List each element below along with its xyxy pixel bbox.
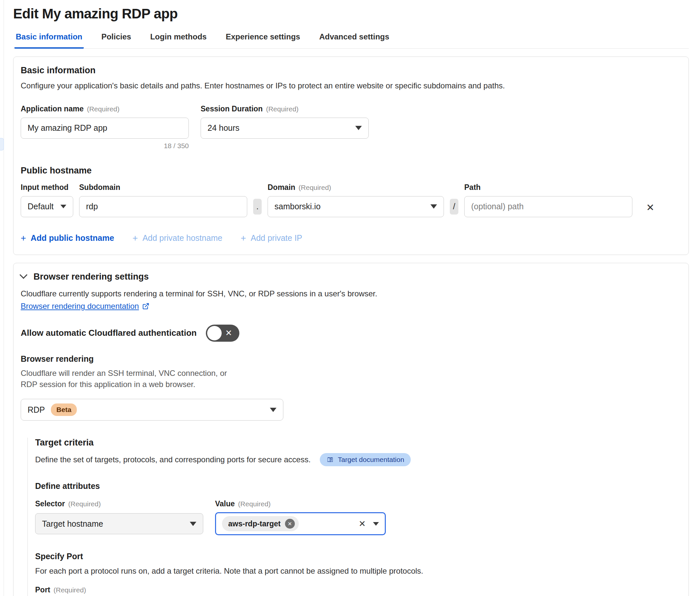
tab-basic-information[interactable]: Basic information — [15, 30, 84, 49]
plus-icon: + — [133, 233, 138, 244]
browser-rendering-mode-description: Cloudflare will render an SSH terminal, … — [21, 368, 234, 391]
port-label: Port — [35, 586, 50, 594]
input-method-value: Default — [28, 202, 53, 211]
target-documentation-badge[interactable]: Target documentation — [320, 453, 411, 466]
session-duration-value: 24 hours — [208, 123, 239, 133]
plus-icon: + — [241, 233, 246, 244]
cloudflared-auth-label: Allow automatic Cloudflared authenticati… — [21, 328, 197, 338]
subdomain-field-group: Subdomain — [79, 183, 247, 217]
value-multiselect[interactable]: aws-rdp-target ✕ ✕ — [215, 512, 386, 535]
browser-rendering-heading: Browser rendering settings — [33, 272, 149, 282]
beta-badge: Beta — [51, 403, 77, 416]
character-counter: 18 / 350 — [21, 142, 189, 150]
tab-bar: Basic information Policies Login methods… — [13, 30, 689, 49]
selector-value: Target hostname — [42, 519, 103, 529]
cloudflared-auth-toggle[interactable]: ✕ — [206, 325, 239, 342]
domain-select[interactable]: samborski.io — [267, 196, 444, 217]
domain-value: samborski.io — [275, 202, 320, 211]
value-label: Value — [215, 499, 235, 508]
cloudflared-auth-row: Allow automatic Cloudflared authenticati… — [21, 325, 681, 342]
input-method-field-group: Input method Default — [21, 183, 73, 217]
chevron-down-icon — [373, 522, 379, 526]
tab-advanced-settings[interactable]: Advanced settings — [318, 30, 390, 49]
define-attributes-heading: Define attributes — [35, 481, 681, 491]
basic-information-description: Configure your application's basic detai… — [21, 80, 681, 91]
tab-experience-settings[interactable]: Experience settings — [224, 30, 302, 49]
basic-information-heading: Basic information — [21, 66, 681, 76]
page-title: Edit My amazing RDP app — [13, 6, 689, 22]
add-public-hostname-button[interactable]: + Add public hostname — [21, 233, 114, 244]
add-public-hostname-label: Add public hostname — [30, 233, 114, 243]
required-hint: (Required) — [87, 105, 120, 113]
browser-rendering-description: Cloudflare currently supports rendering … — [21, 289, 681, 298]
slash-separator: / — [450, 199, 458, 215]
application-name-field-group: Application name (Required) 18 / 350 — [21, 104, 189, 150]
selector-select[interactable]: Target hostname — [35, 513, 203, 534]
subdomain-label: Subdomain — [79, 183, 120, 192]
browser-rendering-mode-value: RDP — [28, 405, 45, 415]
subdomain-input[interactable] — [79, 196, 247, 217]
basic-information-card: Basic information Configure your applica… — [13, 56, 689, 255]
chevron-down-icon — [60, 205, 66, 208]
main-content: Edit My amazing RDP app Basic informatio… — [0, 0, 700, 596]
chevron-down-icon — [431, 204, 437, 208]
target-criteria-heading: Target criteria — [35, 438, 681, 448]
required-hint: (Required) — [299, 184, 331, 192]
chevron-down-icon[interactable] — [19, 271, 27, 279]
application-name-input[interactable] — [21, 118, 189, 139]
browser-rendering-card: Browser rendering settings Cloudflare cu… — [13, 263, 689, 596]
session-duration-select[interactable]: 24 hours — [201, 118, 369, 139]
hostname-actions-row: + Add public hostname + Add private host… — [21, 233, 681, 244]
path-label: Path — [464, 183, 481, 192]
book-icon — [326, 456, 334, 463]
remove-hostname-button[interactable]: ✕ — [646, 203, 654, 213]
public-hostname-heading: Public hostname — [21, 166, 681, 176]
input-method-label: Input method — [21, 183, 69, 192]
browser-rendering-mode-label: Browser rendering — [21, 354, 681, 364]
target-criteria-section: Target criteria Define the set of target… — [27, 438, 681, 596]
remove-tag-icon[interactable]: ✕ — [285, 519, 295, 529]
specify-port-heading: Specify Port — [35, 552, 681, 561]
add-private-hostname-label: Add private hostname — [142, 233, 222, 243]
specify-port-description: For each port a protocol runs on, add a … — [35, 566, 681, 576]
tab-policies[interactable]: Policies — [100, 30, 133, 49]
required-hint: (Required) — [266, 105, 299, 113]
plus-icon: + — [21, 233, 26, 244]
chevron-down-icon — [270, 408, 277, 412]
add-private-hostname-button[interactable]: + Add private hostname — [133, 233, 223, 244]
domain-label: Domain — [267, 183, 295, 192]
selector-label: Selector — [35, 499, 65, 508]
external-link-icon — [142, 303, 149, 310]
chevron-down-icon — [355, 126, 362, 130]
toggle-off-icon: ✕ — [225, 328, 232, 338]
value-tag: aws-rdp-target ✕ — [222, 516, 299, 531]
browser-rendering-header[interactable]: Browser rendering settings — [21, 272, 681, 282]
application-name-label: Application name — [21, 104, 84, 113]
clear-values-icon[interactable]: ✕ — [359, 519, 366, 529]
tab-login-methods[interactable]: Login methods — [149, 30, 208, 49]
toggle-knob — [207, 326, 222, 340]
input-method-select[interactable]: Default — [21, 196, 73, 217]
doc-link-label: Browser rendering documentation — [21, 302, 139, 311]
target-documentation-label: Target documentation — [338, 456, 404, 464]
dot-separator: . — [253, 199, 262, 215]
path-input[interactable] — [464, 196, 632, 217]
session-duration-label: Session Duration — [201, 104, 263, 113]
add-private-ip-button[interactable]: + Add private IP — [241, 233, 302, 244]
required-hint: (Required) — [53, 586, 86, 594]
value-tag-label: aws-rdp-target — [228, 519, 281, 528]
required-hint: (Required) — [238, 500, 270, 508]
add-private-ip-label: Add private IP — [251, 233, 302, 243]
chevron-down-icon — [190, 522, 196, 526]
browser-rendering-mode-select[interactable]: RDP Beta — [21, 399, 283, 421]
domain-field-group: Domain (Required) samborski.io — [267, 183, 444, 217]
browser-rendering-doc-link[interactable]: Browser rendering documentation — [21, 302, 149, 311]
session-duration-field-group: Session Duration (Required) 24 hours — [201, 104, 369, 139]
target-criteria-description: Define the set of targets, protocols, an… — [35, 455, 311, 464]
public-hostname-row: Input method Default Subdomain . Domain … — [21, 183, 681, 217]
required-hint: (Required) — [68, 500, 101, 508]
path-field-group: Path — [464, 183, 632, 217]
